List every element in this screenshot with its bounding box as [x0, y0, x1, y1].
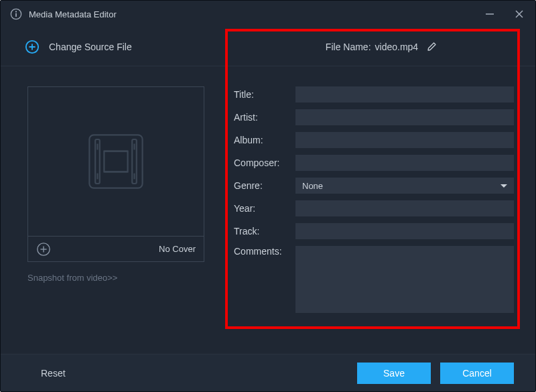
- artist-label: Artist:: [234, 112, 295, 123]
- composer-row: Composer:: [234, 155, 514, 171]
- info-icon: [10, 8, 22, 20]
- svg-rect-9: [89, 135, 142, 188]
- artist-input[interactable]: [295, 109, 514, 125]
- filename-section: File Name: video.mp4: [227, 27, 535, 66]
- year-input[interactable]: [295, 200, 514, 216]
- change-source-file[interactable]: Change Source File: [1, 27, 227, 66]
- track-label: Track:: [234, 226, 295, 237]
- comments-row: Comments:: [234, 246, 514, 313]
- svg-point-1: [15, 11, 17, 12]
- change-source-label: Change Source File: [49, 42, 132, 52]
- reset-button[interactable]: Reset: [41, 368, 66, 379]
- comments-textarea[interactable]: [295, 246, 514, 313]
- add-cover-button[interactable]: [36, 242, 51, 257]
- snapshot-from-video-link[interactable]: Snapshot from video>>: [27, 273, 206, 283]
- filename-value: video.mp4: [375, 42, 419, 52]
- minimize-button[interactable]: [483, 7, 496, 21]
- film-placeholder-icon: [79, 125, 153, 198]
- track-row: Track:: [234, 223, 514, 239]
- album-label: Album:: [234, 135, 295, 145]
- metadata-form: Title: Artist: Album: Composer:: [227, 66, 535, 354]
- window-title: Media Metadata Editor: [29, 9, 483, 19]
- svg-rect-2: [15, 13, 17, 17]
- window-controls: [483, 7, 526, 21]
- year-label: Year:: [234, 203, 295, 214]
- album-input[interactable]: [295, 132, 514, 148]
- plus-circle-icon: [25, 40, 40, 54]
- genre-value: None: [302, 181, 323, 191]
- svg-rect-14: [104, 151, 127, 172]
- title-row: Title:: [234, 86, 514, 103]
- title-input[interactable]: [295, 86, 514, 103]
- genre-label: Genre:: [234, 180, 295, 191]
- genre-select[interactable]: None: [295, 178, 514, 194]
- composer-input[interactable]: [295, 155, 514, 171]
- track-input[interactable]: [295, 223, 514, 239]
- genre-row: Genre: None: [234, 178, 514, 194]
- artist-row: Artist:: [234, 109, 514, 125]
- chevron-down-icon: [500, 184, 507, 188]
- cover-container: No Cover: [27, 86, 204, 262]
- no-cover-label: No Cover: [159, 244, 196, 254]
- titlebar: Media Metadata Editor: [1, 1, 535, 27]
- footer-actions: Save Cancel: [357, 363, 514, 384]
- footer: Reset Save Cancel: [1, 354, 535, 391]
- comments-label: Comments:: [234, 246, 295, 257]
- filename-label: File Name:: [326, 42, 371, 52]
- cover-bottom-bar: No Cover: [28, 236, 204, 261]
- title-label: Title:: [234, 89, 295, 100]
- cover-panel: No Cover Snapshot from video>>: [1, 66, 227, 354]
- main-content: Change Source File File Name: video.mp4: [1, 27, 535, 354]
- cover-preview: [28, 87, 204, 236]
- composer-label: Composer:: [234, 157, 295, 168]
- top-section: Change Source File File Name: video.mp4: [1, 27, 535, 66]
- edit-filename-button[interactable]: [426, 42, 437, 52]
- save-button[interactable]: Save: [357, 363, 431, 384]
- year-row: Year:: [234, 200, 514, 216]
- body-section: No Cover Snapshot from video>> Title: Ar…: [1, 66, 535, 354]
- metadata-editor-window: Media Metadata Editor Change Source File: [0, 0, 536, 392]
- album-row: Album:: [234, 132, 514, 148]
- cancel-button[interactable]: Cancel: [440, 363, 514, 384]
- close-button[interactable]: [513, 7, 526, 21]
